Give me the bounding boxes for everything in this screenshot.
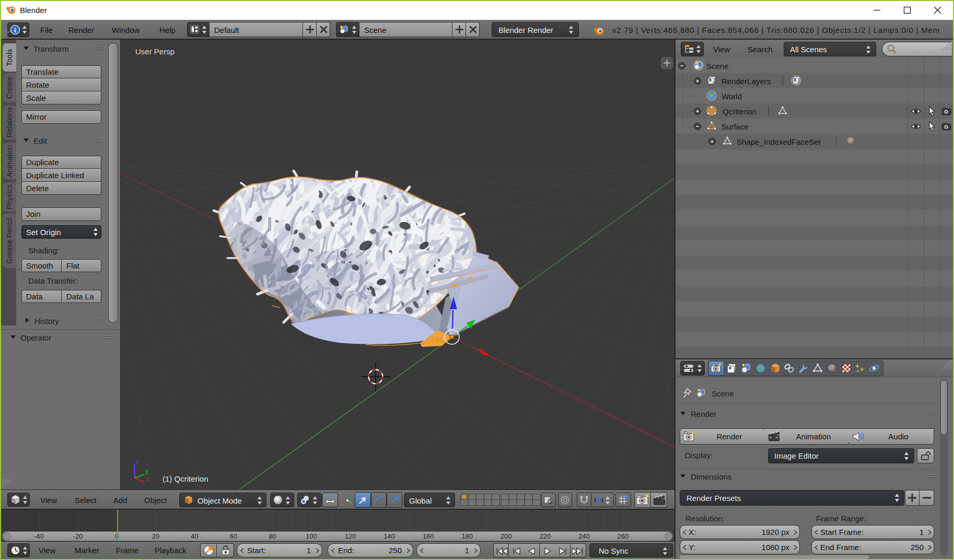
svg-text:(1) Qcriterion: (1) Qcriterion xyxy=(162,474,208,483)
svg-text:i: i xyxy=(14,26,16,34)
svg-text:z: z xyxy=(135,458,139,466)
svg-text:y: y xyxy=(145,467,149,475)
svg-text:User Persp: User Persp xyxy=(135,47,174,56)
svg-text:x: x xyxy=(146,475,149,483)
